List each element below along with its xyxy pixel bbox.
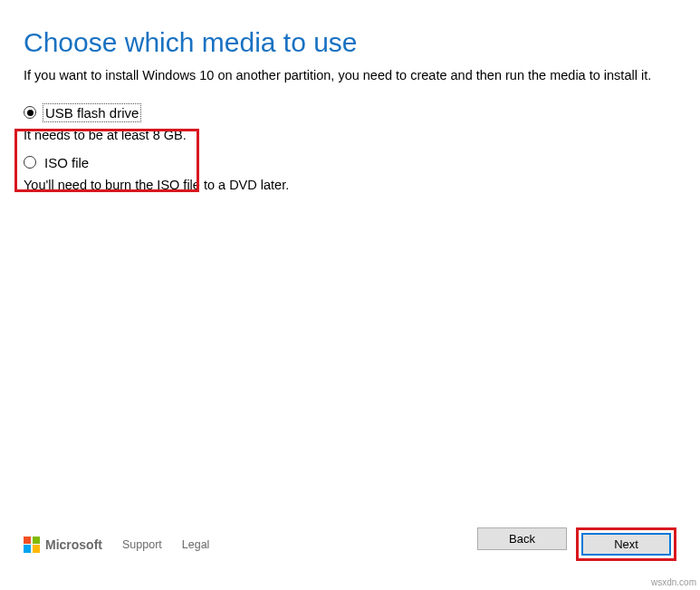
option-iso[interactable]: ISO file You'll need to burn the ISO fil… [24,155,676,192]
option-usb[interactable]: USB flash drive It needs to be at least … [24,105,676,142]
next-button[interactable]: Next [581,533,671,556]
page-subtitle: If you want to install Windows 10 on ano… [0,67,700,105]
button-bar: Back Next [477,527,676,561]
radio-iso[interactable] [24,156,36,169]
microsoft-logo-icon [24,537,40,553]
radio-usb[interactable] [24,106,36,119]
option-usb-label: USB flash drive [44,105,139,121]
page-title: Choose which media to use [0,0,700,67]
support-link[interactable]: Support [122,538,162,551]
media-options: USB flash drive It needs to be at least … [0,105,700,192]
footer: Microsoft Support Legal Back Next [0,527,700,561]
back-button[interactable]: Back [477,527,567,550]
option-usb-desc: It needs to be at least 8 GB. [24,128,676,142]
legal-link[interactable]: Legal [182,538,210,551]
option-iso-desc: You'll need to burn the ISO file to a DV… [24,178,676,192]
microsoft-logo-group: Microsoft [24,537,102,553]
attribution-text: wsxdn.com [651,577,696,587]
footer-brand-area: Microsoft Support Legal [24,537,209,553]
microsoft-brand-text: Microsoft [45,537,102,552]
option-iso-label: ISO file [44,155,89,170]
annotation-highlight-next: Next [576,527,676,561]
